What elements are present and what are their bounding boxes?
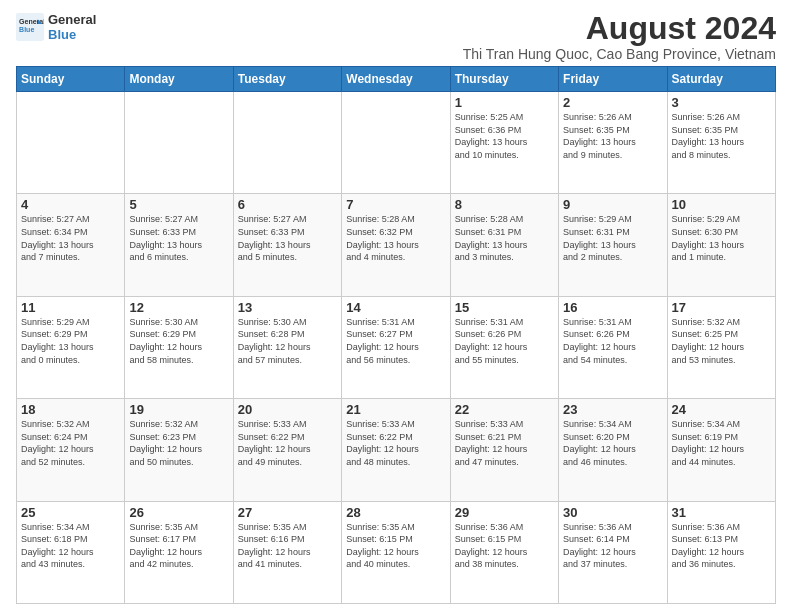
day-info: Sunrise: 5:33 AM Sunset: 6:21 PM Dayligh…	[455, 418, 554, 468]
day-number: 13	[238, 300, 337, 315]
cell-w2-d6: 9Sunrise: 5:29 AM Sunset: 6:31 PM Daylig…	[559, 194, 667, 296]
cell-w3-d4: 14Sunrise: 5:31 AM Sunset: 6:27 PM Dayli…	[342, 296, 450, 398]
day-info: Sunrise: 5:30 AM Sunset: 6:29 PM Dayligh…	[129, 316, 228, 366]
day-info: Sunrise: 5:36 AM Sunset: 6:14 PM Dayligh…	[563, 521, 662, 571]
week-row-4: 18Sunrise: 5:32 AM Sunset: 6:24 PM Dayli…	[17, 399, 776, 501]
day-info: Sunrise: 5:33 AM Sunset: 6:22 PM Dayligh…	[238, 418, 337, 468]
cell-w1-d5: 1Sunrise: 5:25 AM Sunset: 6:36 PM Daylig…	[450, 92, 558, 194]
day-number: 9	[563, 197, 662, 212]
header: General Blue General Blue August 2024 Th…	[16, 12, 776, 62]
cell-w5-d6: 30Sunrise: 5:36 AM Sunset: 6:14 PM Dayli…	[559, 501, 667, 603]
cell-w1-d3	[233, 92, 341, 194]
day-number: 17	[672, 300, 771, 315]
cell-w3-d1: 11Sunrise: 5:29 AM Sunset: 6:29 PM Dayli…	[17, 296, 125, 398]
cell-w2-d2: 5Sunrise: 5:27 AM Sunset: 6:33 PM Daylig…	[125, 194, 233, 296]
cell-w4-d4: 21Sunrise: 5:33 AM Sunset: 6:22 PM Dayli…	[342, 399, 450, 501]
subtitle: Thi Tran Hung Quoc, Cao Bang Province, V…	[463, 46, 776, 62]
cell-w5-d2: 26Sunrise: 5:35 AM Sunset: 6:17 PM Dayli…	[125, 501, 233, 603]
calendar-header-row: Sunday Monday Tuesday Wednesday Thursday…	[17, 67, 776, 92]
day-number: 23	[563, 402, 662, 417]
day-number: 31	[672, 505, 771, 520]
day-info: Sunrise: 5:36 AM Sunset: 6:15 PM Dayligh…	[455, 521, 554, 571]
header-friday: Friday	[559, 67, 667, 92]
day-info: Sunrise: 5:27 AM Sunset: 6:34 PM Dayligh…	[21, 213, 120, 263]
day-info: Sunrise: 5:28 AM Sunset: 6:31 PM Dayligh…	[455, 213, 554, 263]
week-row-2: 4Sunrise: 5:27 AM Sunset: 6:34 PM Daylig…	[17, 194, 776, 296]
cell-w2-d7: 10Sunrise: 5:29 AM Sunset: 6:30 PM Dayli…	[667, 194, 775, 296]
day-number: 19	[129, 402, 228, 417]
day-info: Sunrise: 5:28 AM Sunset: 6:32 PM Dayligh…	[346, 213, 445, 263]
day-number: 3	[672, 95, 771, 110]
day-info: Sunrise: 5:29 AM Sunset: 6:31 PM Dayligh…	[563, 213, 662, 263]
day-info: Sunrise: 5:34 AM Sunset: 6:19 PM Dayligh…	[672, 418, 771, 468]
cell-w2-d1: 4Sunrise: 5:27 AM Sunset: 6:34 PM Daylig…	[17, 194, 125, 296]
day-info: Sunrise: 5:26 AM Sunset: 6:35 PM Dayligh…	[563, 111, 662, 161]
day-info: Sunrise: 5:36 AM Sunset: 6:13 PM Dayligh…	[672, 521, 771, 571]
day-info: Sunrise: 5:31 AM Sunset: 6:27 PM Dayligh…	[346, 316, 445, 366]
header-wednesday: Wednesday	[342, 67, 450, 92]
main-title: August 2024	[463, 12, 776, 44]
header-tuesday: Tuesday	[233, 67, 341, 92]
cell-w5-d7: 31Sunrise: 5:36 AM Sunset: 6:13 PM Dayli…	[667, 501, 775, 603]
cell-w3-d5: 15Sunrise: 5:31 AM Sunset: 6:26 PM Dayli…	[450, 296, 558, 398]
header-thursday: Thursday	[450, 67, 558, 92]
day-info: Sunrise: 5:35 AM Sunset: 6:16 PM Dayligh…	[238, 521, 337, 571]
title-block: August 2024 Thi Tran Hung Quoc, Cao Bang…	[463, 12, 776, 62]
logo: General Blue General Blue	[16, 12, 96, 42]
cell-w5-d5: 29Sunrise: 5:36 AM Sunset: 6:15 PM Dayli…	[450, 501, 558, 603]
day-info: Sunrise: 5:30 AM Sunset: 6:28 PM Dayligh…	[238, 316, 337, 366]
cell-w3-d6: 16Sunrise: 5:31 AM Sunset: 6:26 PM Dayli…	[559, 296, 667, 398]
day-number: 16	[563, 300, 662, 315]
cell-w1-d1	[17, 92, 125, 194]
cell-w4-d1: 18Sunrise: 5:32 AM Sunset: 6:24 PM Dayli…	[17, 399, 125, 501]
day-number: 20	[238, 402, 337, 417]
day-info: Sunrise: 5:27 AM Sunset: 6:33 PM Dayligh…	[238, 213, 337, 263]
day-info: Sunrise: 5:31 AM Sunset: 6:26 PM Dayligh…	[563, 316, 662, 366]
day-number: 7	[346, 197, 445, 212]
cell-w4-d5: 22Sunrise: 5:33 AM Sunset: 6:21 PM Dayli…	[450, 399, 558, 501]
day-number: 18	[21, 402, 120, 417]
cell-w1-d4	[342, 92, 450, 194]
day-number: 22	[455, 402, 554, 417]
day-info: Sunrise: 5:33 AM Sunset: 6:22 PM Dayligh…	[346, 418, 445, 468]
day-info: Sunrise: 5:34 AM Sunset: 6:18 PM Dayligh…	[21, 521, 120, 571]
cell-w4-d2: 19Sunrise: 5:32 AM Sunset: 6:23 PM Dayli…	[125, 399, 233, 501]
cell-w4-d6: 23Sunrise: 5:34 AM Sunset: 6:20 PM Dayli…	[559, 399, 667, 501]
week-row-3: 11Sunrise: 5:29 AM Sunset: 6:29 PM Dayli…	[17, 296, 776, 398]
logo-icon: General Blue	[16, 13, 44, 41]
day-info: Sunrise: 5:32 AM Sunset: 6:25 PM Dayligh…	[672, 316, 771, 366]
day-number: 10	[672, 197, 771, 212]
week-row-5: 25Sunrise: 5:34 AM Sunset: 6:18 PM Dayli…	[17, 501, 776, 603]
cell-w2-d4: 7Sunrise: 5:28 AM Sunset: 6:32 PM Daylig…	[342, 194, 450, 296]
day-info: Sunrise: 5:29 AM Sunset: 6:29 PM Dayligh…	[21, 316, 120, 366]
day-number: 8	[455, 197, 554, 212]
day-number: 4	[21, 197, 120, 212]
header-monday: Monday	[125, 67, 233, 92]
cell-w4-d7: 24Sunrise: 5:34 AM Sunset: 6:19 PM Dayli…	[667, 399, 775, 501]
day-number: 21	[346, 402, 445, 417]
day-info: Sunrise: 5:35 AM Sunset: 6:15 PM Dayligh…	[346, 521, 445, 571]
day-number: 25	[21, 505, 120, 520]
cell-w3-d7: 17Sunrise: 5:32 AM Sunset: 6:25 PM Dayli…	[667, 296, 775, 398]
cell-w5-d1: 25Sunrise: 5:34 AM Sunset: 6:18 PM Dayli…	[17, 501, 125, 603]
cell-w1-d2	[125, 92, 233, 194]
day-number: 29	[455, 505, 554, 520]
day-info: Sunrise: 5:32 AM Sunset: 6:23 PM Dayligh…	[129, 418, 228, 468]
day-number: 2	[563, 95, 662, 110]
day-number: 5	[129, 197, 228, 212]
week-row-1: 1Sunrise: 5:25 AM Sunset: 6:36 PM Daylig…	[17, 92, 776, 194]
day-info: Sunrise: 5:27 AM Sunset: 6:33 PM Dayligh…	[129, 213, 228, 263]
calendar-table: Sunday Monday Tuesday Wednesday Thursday…	[16, 66, 776, 604]
day-number: 30	[563, 505, 662, 520]
svg-text:Blue: Blue	[19, 26, 34, 33]
day-info: Sunrise: 5:25 AM Sunset: 6:36 PM Dayligh…	[455, 111, 554, 161]
day-number: 27	[238, 505, 337, 520]
cell-w1-d6: 2Sunrise: 5:26 AM Sunset: 6:35 PM Daylig…	[559, 92, 667, 194]
cell-w1-d7: 3Sunrise: 5:26 AM Sunset: 6:35 PM Daylig…	[667, 92, 775, 194]
day-number: 14	[346, 300, 445, 315]
day-number: 24	[672, 402, 771, 417]
cell-w2-d3: 6Sunrise: 5:27 AM Sunset: 6:33 PM Daylig…	[233, 194, 341, 296]
day-number: 1	[455, 95, 554, 110]
cell-w3-d3: 13Sunrise: 5:30 AM Sunset: 6:28 PM Dayli…	[233, 296, 341, 398]
day-info: Sunrise: 5:26 AM Sunset: 6:35 PM Dayligh…	[672, 111, 771, 161]
